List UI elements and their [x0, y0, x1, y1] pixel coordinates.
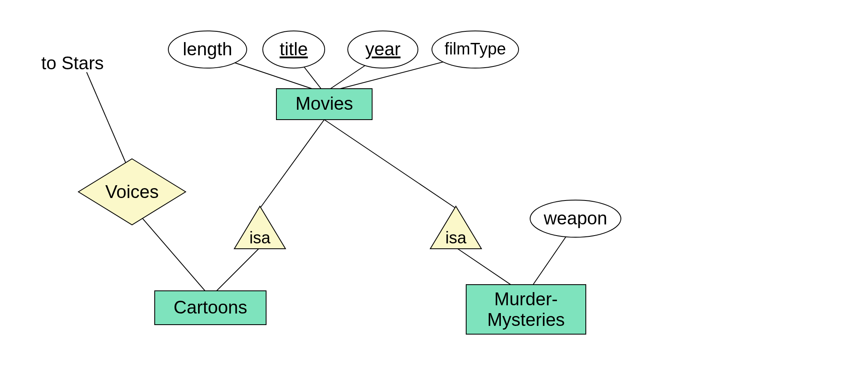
relationship-voices-label: Voices	[105, 182, 159, 202]
edge-movies-isa-left	[260, 120, 324, 208]
entity-movies-label: Movies	[295, 93, 353, 113]
attr-title-label: title	[280, 39, 308, 59]
entity-murder-mysteries-label-1: Murder-	[494, 289, 558, 309]
isa-right-label: isa	[445, 229, 467, 247]
edge-movies-isa-right	[324, 120, 456, 208]
er-diagram: to Stars length title year filmType weap…	[0, 0, 868, 382]
attr-filmtype-label: filmType	[445, 40, 506, 58]
entity-murder-mysteries-label-2: Mysteries	[487, 309, 565, 330]
isa-left-label: isa	[249, 229, 271, 247]
attr-length-label: length	[183, 39, 232, 59]
edge-isa-cartoons	[210, 248, 260, 297]
edge-tostars-voices	[87, 72, 132, 177]
attr-weapon-label: weapon	[543, 208, 607, 228]
attr-year-label: year	[365, 39, 401, 59]
label-to-stars: to Stars	[41, 53, 104, 73]
entity-cartoons-label: Cartoons	[174, 297, 248, 317]
edge-voices-cartoons	[132, 206, 210, 297]
